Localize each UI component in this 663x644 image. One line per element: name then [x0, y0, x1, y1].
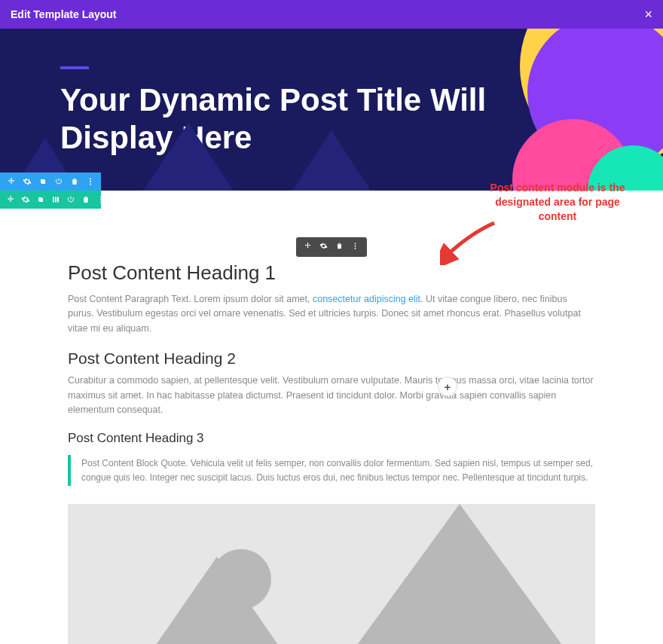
columns-icon[interactable]: [51, 194, 60, 205]
move-icon[interactable]: [6, 176, 16, 187]
builder-toolbars: [0, 191, 663, 227]
gear-icon[interactable]: [21, 194, 30, 205]
more-icon[interactable]: [351, 242, 359, 252]
svg-point-2: [90, 184, 91, 185]
p1-text-before: Post Content Paragraph Text. Lorem ipsum…: [68, 294, 313, 304]
duplicate-icon[interactable]: [38, 176, 47, 187]
image-placeholder: [68, 504, 595, 644]
hero-title: Your Dynamic Post Title Will Display Her…: [60, 81, 542, 157]
svg-point-8: [355, 248, 356, 249]
p1-link[interactable]: consectetur adipiscing elit: [313, 294, 420, 304]
module-toolbar[interactable]: [296, 237, 367, 257]
main-area: + Post Content Heading 1 Post Content Pa…: [0, 227, 663, 644]
content-paragraph-2: Curabitur a commodo sapien, at pellentes…: [68, 374, 595, 417]
content-blockquote: Post Content Block Quote. Vehicula velit…: [68, 455, 595, 486]
close-icon[interactable]: ×: [644, 7, 652, 23]
power-icon[interactable]: [53, 176, 63, 187]
content-paragraph-1: Post Content Paragraph Text. Lorem ipsum…: [68, 292, 595, 336]
more-icon[interactable]: [96, 194, 105, 205]
editor-topbar: Edit Template Layout ×: [0, 0, 663, 29]
move-icon[interactable]: [6, 194, 15, 205]
svg-point-4: [100, 199, 102, 200]
section-toolbar[interactable]: [0, 172, 101, 191]
gear-icon[interactable]: [319, 242, 328, 252]
svg-point-3: [100, 197, 102, 198]
move-icon[interactable]: [304, 242, 312, 252]
content-heading-1: Post Content Heading 1: [68, 261, 595, 285]
content-heading-2: Post Content Heading 2: [68, 349, 595, 368]
power-icon[interactable]: [66, 194, 75, 205]
add-module-button[interactable]: +: [438, 377, 457, 395]
svg-point-6: [355, 243, 356, 244]
hero-accent-rule: [60, 66, 89, 69]
svg-point-7: [355, 246, 356, 247]
hero-section: Your Dynamic Post Title Will Display Her…: [0, 29, 663, 191]
row-toolbar[interactable]: [0, 191, 101, 209]
trash-icon[interactable]: [335, 242, 344, 252]
editor-title: Edit Template Layout: [11, 8, 117, 20]
trash-icon[interactable]: [81, 194, 90, 205]
gear-icon[interactable]: [22, 176, 32, 187]
duplicate-icon[interactable]: [36, 194, 45, 205]
content-heading-3: Post Content Heading 3: [68, 431, 595, 446]
blockquote-text: Post Content Block Quote. Vehicula velit…: [81, 456, 595, 484]
post-content-module[interactable]: Post Content Heading 1 Post Content Para…: [68, 227, 595, 644]
more-icon[interactable]: [85, 176, 95, 187]
svg-point-1: [90, 181, 91, 182]
svg-point-0: [90, 179, 91, 180]
svg-point-5: [100, 202, 102, 203]
trash-icon[interactable]: [69, 176, 79, 187]
